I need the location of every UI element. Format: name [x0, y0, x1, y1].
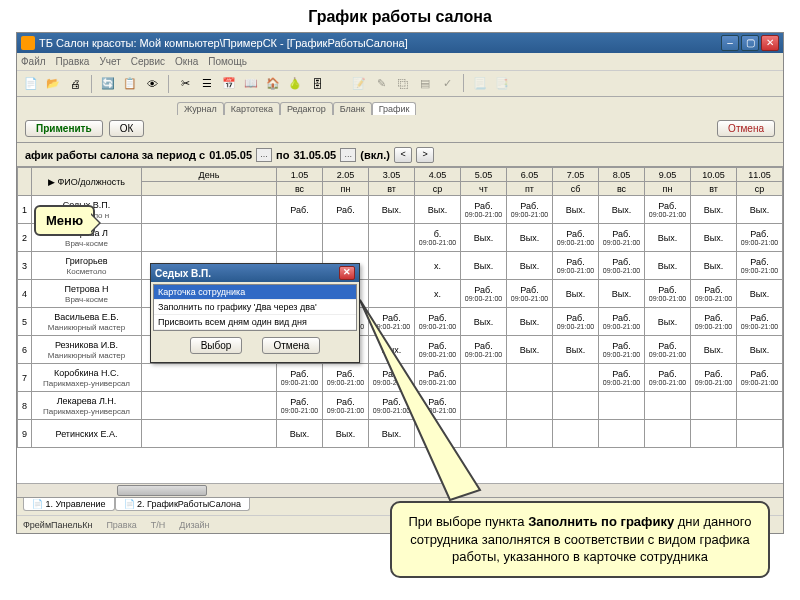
schedule-cell[interactable]: Раб.09:00-21:00 — [599, 336, 645, 364]
open-icon[interactable]: 📂 — [43, 74, 63, 94]
schedule-cell[interactable]: Вых. — [737, 336, 783, 364]
schedule-cell[interactable]: Вых. — [553, 196, 599, 224]
schedule-cell[interactable] — [645, 392, 691, 420]
schedule-cell[interactable]: Раб.09:00-21:00 — [553, 308, 599, 336]
menu-uchet[interactable]: Учет — [99, 56, 120, 67]
schedule-cell[interactable]: Раб.09:00-21:00 — [461, 280, 507, 308]
schedule-cell[interactable]: Раб.09:00-21:00 — [737, 308, 783, 336]
popup-item-fill[interactable]: Заполнить по графику 'Два через два' — [154, 300, 356, 315]
schedule-cell[interactable]: Вых. — [691, 252, 737, 280]
schedule-cell[interactable]: Раб.09:00-21:00 — [553, 224, 599, 252]
schedule-cell[interactable]: Вых. — [691, 336, 737, 364]
schedule-cell[interactable] — [323, 224, 369, 252]
schedule-cell[interactable]: Раб.09:00-21:00 — [415, 364, 461, 392]
employee-name-cell[interactable]: ГригорьевКосметоло — [32, 252, 142, 280]
prev-period-button[interactable]: < — [394, 147, 412, 163]
cancel-button[interactable]: Отмена — [717, 120, 775, 137]
schedule-cell[interactable] — [369, 280, 415, 308]
schedule-cell[interactable]: Вых. — [645, 224, 691, 252]
schedule-cell[interactable] — [691, 420, 737, 448]
schedule-cell[interactable]: Вых. — [691, 224, 737, 252]
schedule-cell[interactable]: Вых. — [369, 420, 415, 448]
menu-file[interactable]: Файл — [21, 56, 46, 67]
form3-icon[interactable]: 📑 — [492, 74, 512, 94]
schedule-cell[interactable] — [507, 392, 553, 420]
schedule-cell[interactable]: Раб.09:00-21:00 — [691, 308, 737, 336]
tab-redaktor[interactable]: Редактор — [280, 102, 333, 115]
from-picker-button[interactable]: … — [256, 148, 272, 162]
schedule-cell[interactable]: Раб.09:00-21:00 — [415, 336, 461, 364]
schedule-cell[interactable] — [553, 392, 599, 420]
schedule-cell[interactable]: Раб.09:00-21:00 — [645, 336, 691, 364]
schedule-cell[interactable] — [599, 420, 645, 448]
schedule-cell[interactable] — [369, 252, 415, 280]
schedule-cell[interactable]: Вых. — [599, 280, 645, 308]
schedule-cell[interactable]: Раб.09:00-21:00 — [737, 224, 783, 252]
employee-name-cell[interactable]: Резникова И.В.Маникюрный мастер — [32, 336, 142, 364]
employee-name-cell[interactable]: Лекарева Л.Н.Парикмахер-универсал — [32, 392, 142, 420]
schedule-cell[interactable]: Вых. — [369, 196, 415, 224]
schedule-cell[interactable]: Раб.09:00-21:00 — [691, 364, 737, 392]
schedule-cell[interactable] — [369, 224, 415, 252]
employee-name-cell[interactable]: Коробкина Н.С.Парикмахер-универсал — [32, 364, 142, 392]
schedule-cell[interactable]: Раб.09:00-21:00 — [277, 392, 323, 420]
schedule-cell[interactable]: Раб.09:00-21:00 — [599, 224, 645, 252]
home-icon[interactable]: 🏠 — [263, 74, 283, 94]
check-icon[interactable]: ✓ — [437, 74, 457, 94]
schedule-cell[interactable]: Раб.09:00-21:00 — [277, 364, 323, 392]
schedule-cell[interactable]: Раб. — [323, 196, 369, 224]
schedule-cell[interactable] — [691, 392, 737, 420]
schedule-cell[interactable]: Раб.09:00-21:00 — [645, 364, 691, 392]
schedule-cell[interactable]: Раб.09:00-21:00 — [323, 364, 369, 392]
close-button[interactable]: ✕ — [761, 35, 779, 51]
schedule-cell[interactable]: Вых. — [737, 196, 783, 224]
schedule-cell[interactable]: Вых. — [507, 224, 553, 252]
schedule-cell[interactable]: Раб.09:00-21:00 — [461, 196, 507, 224]
form-icon[interactable]: 📝 — [349, 74, 369, 94]
schedule-cell[interactable] — [553, 364, 599, 392]
stack-icon[interactable]: ▤ — [415, 74, 435, 94]
next-period-button[interactable]: > — [416, 147, 434, 163]
schedule-cell[interactable]: Вых. — [461, 308, 507, 336]
schedule-cell[interactable]: Раб. — [277, 196, 323, 224]
schedule-cell[interactable]: Раб.09:00-21:00 — [369, 308, 415, 336]
tab-kartoteka[interactable]: Картотека — [224, 102, 280, 115]
popup-item-card[interactable]: Карточка сотрудника — [154, 285, 356, 300]
schedule-cell[interactable]: Вых. — [277, 420, 323, 448]
schedule-cell[interactable]: х. — [415, 280, 461, 308]
edit-icon[interactable]: ✎ — [371, 74, 391, 94]
bottom-tab-1[interactable]: 📄 1. Управление — [23, 498, 115, 511]
schedule-cell[interactable]: Вых. — [415, 420, 461, 448]
schedule-cell[interactable] — [645, 420, 691, 448]
tab-journal[interactable]: Журнал — [177, 102, 224, 115]
schedule-cell[interactable]: Раб.09:00-21:00 — [599, 364, 645, 392]
schedule-cell[interactable]: Вых. — [507, 252, 553, 280]
pear-icon[interactable]: 🍐 — [285, 74, 305, 94]
schedule-cell[interactable] — [553, 420, 599, 448]
to-picker-button[interactable]: … — [340, 148, 356, 162]
schedule-cell[interactable]: Раб.09:00-21:00 — [737, 252, 783, 280]
form2-icon[interactable]: 📃 — [470, 74, 490, 94]
menu-help[interactable]: Помощь — [208, 56, 247, 67]
schedule-cell[interactable]: Раб.09:00-21:00 — [415, 308, 461, 336]
doc-icon[interactable]: 📋 — [120, 74, 140, 94]
schedule-cell[interactable]: Раб.09:00-21:00 — [369, 392, 415, 420]
schedule-cell[interactable]: Раб.09:00-21:00 — [461, 336, 507, 364]
maximize-button[interactable]: ▢ — [741, 35, 759, 51]
schedule-cell[interactable] — [599, 392, 645, 420]
schedule-cell[interactable]: Вых. — [691, 196, 737, 224]
schedule-cell[interactable]: Раб.09:00-21:00 — [415, 392, 461, 420]
menu-windows[interactable]: Окна — [175, 56, 198, 67]
schedule-cell[interactable] — [461, 392, 507, 420]
schedule-cell[interactable]: Вых. — [737, 280, 783, 308]
schedule-cell[interactable]: Вых. — [369, 336, 415, 364]
schedule-cell[interactable] — [737, 392, 783, 420]
print-icon[interactable]: 🖨 — [65, 74, 85, 94]
schedule-cell[interactable]: Вых. — [507, 308, 553, 336]
schedule-cell[interactable]: Раб.09:00-21:00 — [691, 280, 737, 308]
horizontal-scrollbar[interactable] — [17, 483, 783, 497]
schedule-cell[interactable]: Раб.09:00-21:00 — [645, 280, 691, 308]
schedule-cell[interactable]: Раб.09:00-21:00 — [323, 392, 369, 420]
view-icon[interactable]: 👁 — [142, 74, 162, 94]
tab-grafik[interactable]: График — [372, 102, 417, 115]
